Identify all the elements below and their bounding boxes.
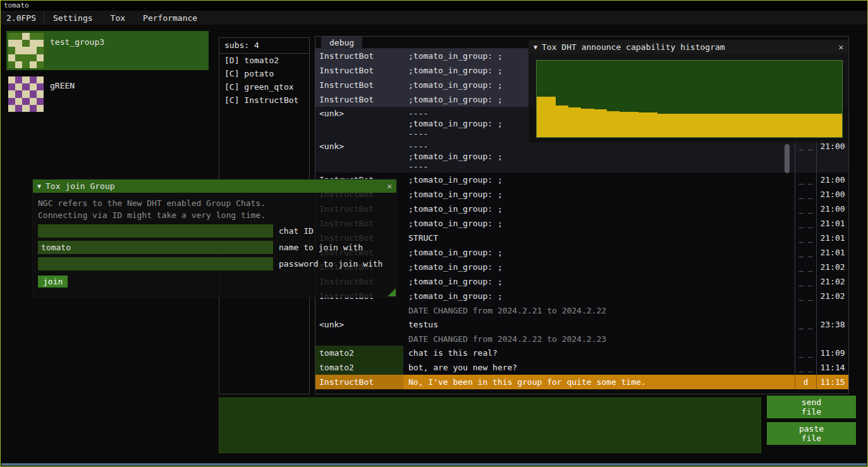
close-icon[interactable]: ✕	[387, 181, 392, 191]
avatar-pixel	[30, 98, 37, 105]
chat-row-message-line: ----	[408, 162, 795, 172]
avatar-pixel	[37, 90, 44, 97]
subs-list-item[interactable]: [D] tomato2	[219, 54, 309, 67]
dht-histogram-window: ▼ Tox DHT announce capability histogram …	[529, 40, 848, 143]
chat-row-message: DATE CHANGED from 2024.2.22 to 2024.2.23	[403, 332, 795, 346]
menu-item-performance[interactable]: Performance	[134, 11, 206, 25]
chat-id-input[interactable]	[38, 224, 273, 238]
chat-row-time: 21:00	[816, 173, 848, 187]
join-button[interactable]: join	[38, 276, 68, 288]
chat-row-flags: d	[795, 375, 816, 389]
subs-list-item[interactable]: [C] potato	[219, 67, 309, 80]
chat-row-flags: _ _	[795, 202, 816, 216]
avatar-pixel	[15, 40, 22, 47]
chat-row-time	[816, 303, 848, 317]
avatar-pixel	[8, 105, 15, 112]
avatar-pixel	[37, 83, 44, 90]
chat-row-flags: _ _	[795, 317, 816, 332]
chat-row[interactable]: DATE CHANGED from 2024.2.22 to 2024.2.23	[315, 332, 848, 346]
chat-row[interactable]: tomato2chat is this real?_ _11:09	[315, 346, 848, 360]
chat-row-message: ;tomato_in_group: ;	[403, 202, 795, 216]
histogram-bar	[772, 114, 778, 138]
histogram-bar	[778, 114, 785, 138]
send-file-button[interactable]: send file	[767, 396, 856, 418]
chat-row-message: ;tomato_in_group: ;	[403, 260, 795, 274]
avatar-pixel	[37, 47, 44, 54]
chat-row-name: InstructBot	[315, 63, 403, 78]
chat-row-flags: _ _	[795, 140, 816, 173]
group-avatar	[8, 76, 44, 112]
avatar-pixel	[8, 40, 15, 47]
chat-scrollbar[interactable]	[785, 144, 790, 173]
avatar-pixel	[22, 83, 29, 90]
chat-row[interactable]: <unk>testus_ _23:38	[315, 317, 848, 332]
subs-list: [D] tomato2[C] potato[C] green_qtox[C] I…	[219, 54, 309, 107]
subs-list-item[interactable]: [C] green_qtox	[219, 80, 309, 94]
chat-row-name: InstructBot	[315, 49, 403, 63]
resize-grip[interactable]	[388, 288, 396, 296]
chat-row-message-line: ----	[408, 142, 795, 152]
close-icon[interactable]: ✕	[838, 42, 843, 52]
chat-row-message: ;tomato_in_group: ;	[403, 187, 795, 202]
histogram-bar	[728, 114, 734, 138]
paste-file-button[interactable]: paste file	[767, 422, 856, 445]
group-item-test_group3[interactable]: test_group3	[6, 31, 209, 70]
chat-row-time: 21:02	[816, 289, 848, 303]
collapse-arrow-icon[interactable]: ▼	[534, 44, 537, 51]
avatar-pixel	[8, 33, 15, 40]
tab-debug[interactable]: debug	[321, 37, 362, 48]
chat-row[interactable]: InstructBotNo, I've been in this group f…	[315, 375, 848, 389]
message-input[interactable]	[219, 397, 761, 453]
chat-row-time: 21:01	[816, 231, 848, 245]
join-password-input[interactable]	[38, 257, 273, 270]
histogram-bar	[543, 97, 549, 137]
histogram-bars	[537, 61, 842, 137]
chat-row-flags: _ _	[795, 346, 816, 360]
avatar-pixel	[37, 33, 44, 40]
chat-row[interactable]: DATE CHANGED from 2024.2.21 to 2024.2.22	[315, 303, 848, 317]
avatar-pixel	[15, 98, 22, 105]
chat-row-message: No, I've been in this group for quite so…	[403, 375, 795, 389]
chat-row[interactable]: <unk>----;tomato_in_group: ;----_ _21:00	[315, 140, 848, 173]
histogram-bar	[721, 114, 728, 138]
collapse-arrow-icon[interactable]: ▼	[37, 183, 41, 190]
histogram-bar	[676, 114, 683, 138]
chat-row-name: InstructBot	[315, 375, 403, 389]
chat-row[interactable]: tomato2bot, are you new here?_ _11:14	[315, 360, 848, 375]
menu-item-settings[interactable]: Settings	[44, 11, 102, 25]
menubar-items: SettingsToxPerformance	[44, 11, 206, 25]
chat-row-message: ----;tomato_in_group: ;----	[403, 140, 795, 173]
avatar-pixel	[37, 61, 44, 68]
subs-header: subs: 4	[219, 38, 309, 54]
histogram-bar	[549, 97, 556, 137]
join-group-title: Tox join Group	[46, 181, 115, 191]
avatar-pixel	[8, 83, 15, 90]
chat-row-time: 21:00	[816, 187, 848, 202]
chat-row-name	[315, 303, 403, 317]
menu-item-tox[interactable]: Tox	[102, 11, 134, 25]
subs-list-item[interactable]: [C] InstructBot	[219, 94, 309, 107]
histogram-bar	[798, 114, 804, 138]
chat-row-flags: _ _	[795, 187, 816, 202]
group-item-gREEN[interactable]: gREEN	[6, 75, 209, 114]
group-avatar	[8, 33, 44, 68]
histogram-bar	[823, 114, 829, 138]
window-bottom-edge	[1, 463, 867, 466]
join-name-input[interactable]: tomato	[38, 241, 273, 254]
group-name: test_group3	[50, 33, 104, 68]
histogram-bar	[639, 112, 645, 137]
avatar-pixel	[8, 90, 15, 97]
avatar-pixel	[37, 98, 44, 105]
fps-indicator: 2.0FPS	[1, 11, 44, 25]
avatar-pixel	[37, 76, 44, 83]
chat-row-flags: _ _	[795, 289, 816, 303]
histogram-bar	[562, 106, 568, 137]
avatar-pixel	[22, 105, 29, 112]
avatar-pixel	[30, 61, 37, 68]
histogram-bar	[651, 112, 657, 137]
avatar-pixel	[15, 76, 22, 83]
chat-row-name: <unk>	[315, 140, 403, 173]
avatar-pixel	[15, 54, 22, 61]
dht-histogram-titlebar[interactable]: ▼ Tox DHT announce capability histogram …	[529, 40, 848, 54]
join-group-titlebar[interactable]: ▼ Tox join Group ✕	[33, 179, 396, 193]
